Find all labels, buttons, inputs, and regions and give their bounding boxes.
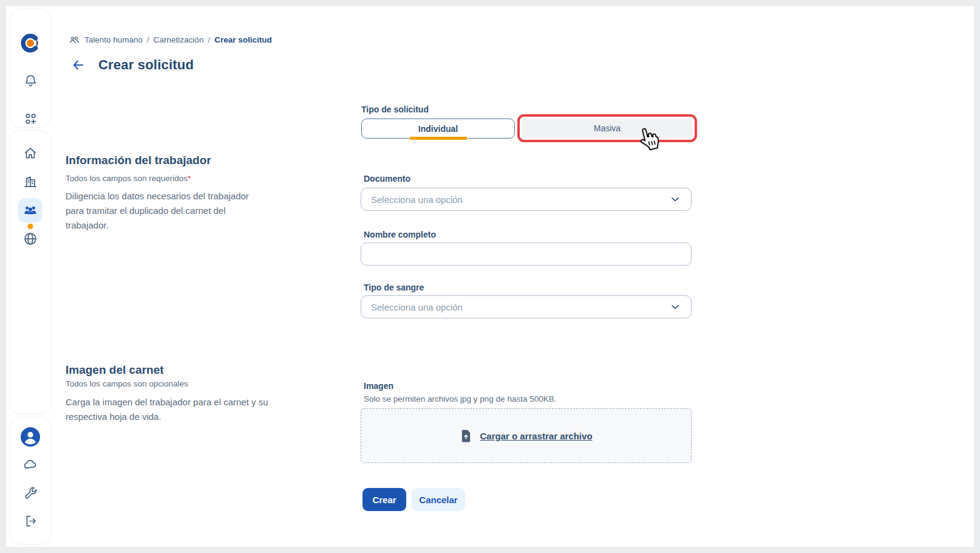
request-type-individual-button[interactable]: Individual: [361, 118, 515, 139]
request-type-label: Tipo de solicitud: [361, 105, 429, 114]
tipo-sangre-placeholder: Selecciona una opción: [371, 302, 669, 312]
carnet-section-heading: Imagen del carnet: [66, 363, 164, 377]
globe-icon: [22, 231, 38, 247]
apps-plus-icon: [23, 111, 38, 126]
worker-section-description: Diligencia los datos necesarios del trab…: [66, 189, 269, 233]
avatar-icon: [20, 427, 41, 447]
upload-link[interactable]: Cargar o arrastrar archivo: [480, 431, 592, 441]
active-tab-underline: [409, 137, 467, 140]
sidebar-item-globe[interactable]: [18, 227, 43, 251]
imagen-label: Imagen: [364, 381, 393, 391]
people-icon: [69, 34, 80, 46]
documento-placeholder: Selecciona una opción: [371, 194, 669, 205]
required-asterisk: *: [188, 174, 191, 183]
sidebar-item-tools[interactable]: [18, 481, 43, 505]
bell-icon: [23, 74, 38, 89]
cancel-button[interactable]: Cancelar: [412, 488, 465, 511]
home-icon: [22, 145, 38, 161]
sidebar-item-apps[interactable]: [18, 106, 43, 131]
annotation-highlight-box: Masiva: [517, 114, 697, 142]
carnet-section-description: Carga la imagen del trabajador para el c…: [66, 395, 278, 424]
wrench-icon: [23, 486, 38, 501]
nombre-completo-input[interactable]: [371, 243, 681, 265]
arrow-left-icon: [71, 58, 86, 72]
documento-select[interactable]: Selecciona una opción: [361, 188, 692, 211]
worker-section-note: Todos los campos son requeridos*: [66, 174, 191, 183]
nombre-completo-label: Nombre completo: [364, 230, 436, 239]
sidebar-item-profile[interactable]: [18, 425, 43, 449]
page-title: Crear solicitud: [98, 57, 194, 73]
request-type-masiva-button[interactable]: Masiva: [522, 118, 693, 138]
individual-button-label: Individual: [418, 124, 458, 134]
back-button[interactable]: [71, 58, 86, 72]
image-upload-dropzone[interactable]: Cargar o arrastrar archivo: [361, 408, 692, 463]
app-logo[interactable]: [18, 31, 43, 55]
breadcrumb-separator: /: [208, 35, 210, 44]
sidebar-item-home[interactable]: [18, 141, 43, 165]
create-button[interactable]: Crear: [362, 488, 406, 511]
chevron-down-icon: [669, 301, 681, 313]
breadcrumb-item-talento-humano[interactable]: Talento humano: [84, 35, 143, 44]
building-icon: [22, 174, 38, 190]
breadcrumb-item-carnetizacion[interactable]: Carnetización: [154, 35, 204, 44]
imagen-hint: Solo se permiten archivos jpg y png de h…: [364, 394, 556, 404]
breadcrumb: Talento humano / Carnetización / Crear s…: [69, 33, 272, 46]
people-group-icon: [22, 202, 38, 218]
breadcrumb-separator: /: [147, 35, 149, 44]
worker-section-heading: Información del trabajador: [66, 154, 211, 167]
breadcrumb-item-crear-solicitud: Crear solicitud: [214, 35, 272, 44]
file-upload-icon: [460, 429, 472, 443]
tipo-sangre-select[interactable]: Selecciona una opción: [361, 295, 692, 318]
sidebar-middle-card: [10, 130, 51, 414]
tipo-sangre-label: Tipo de sangre: [364, 283, 424, 292]
carnet-section-note: Todos los campos son opcionales: [66, 379, 188, 388]
logout-icon: [23, 514, 38, 529]
sidebar-item-notifications[interactable]: [18, 69, 43, 93]
logo-icon: [18, 31, 43, 55]
masiva-button-label: Masiva: [594, 123, 621, 133]
nombre-completo-field-wrap: [361, 242, 692, 266]
sidebar-item-logout[interactable]: [18, 509, 43, 533]
documento-label: Documento: [364, 174, 410, 184]
sidebar-item-company[interactable]: [18, 170, 43, 194]
sidebar: [10, 9, 51, 544]
sidebar-bottom-card: [10, 417, 51, 544]
cloud-icon: [22, 457, 38, 473]
worker-note-text: Todos los campos son requeridos: [66, 174, 188, 183]
sidebar-item-cloud[interactable]: [18, 453, 43, 477]
sidebar-item-talent[interactable]: [18, 198, 43, 222]
app-window: Talento humano / Carnetización / Crear s…: [6, 6, 974, 547]
sidebar-top-card: [10, 9, 51, 128]
chevron-down-icon: [669, 193, 681, 205]
